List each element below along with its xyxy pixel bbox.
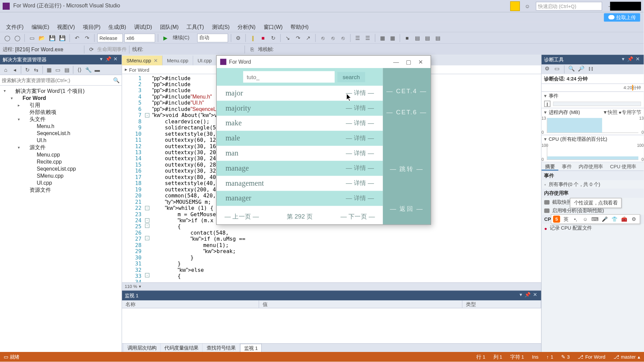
toolbar-icon-f[interactable]: ▦ bbox=[378, 34, 387, 42]
step-into-icon[interactable]: ↘ bbox=[283, 34, 292, 42]
menu-view[interactable]: 视图(V) bbox=[54, 22, 78, 32]
menu-window[interactable]: 窗口(W) bbox=[260, 22, 286, 32]
diag-cpurecord-line[interactable]: ●记录 CPU 配置文件 bbox=[542, 224, 644, 232]
diag-cpu-hdr[interactable]: ▾CPU (所有处理器的百分比) bbox=[542, 135, 644, 143]
diag-tab-cpu[interactable]: CPU 使用率 bbox=[606, 162, 640, 171]
solx-sync-icon[interactable]: ⇆ bbox=[32, 66, 40, 74]
toolbar-icon-g[interactable]: ▦ bbox=[388, 34, 397, 42]
ime-skin-icon[interactable]: 👕 bbox=[610, 215, 619, 223]
forword-titlebar[interactable]: For Word — ▢ ✕ bbox=[217, 56, 431, 68]
word-detail-button[interactable]: — 详情 — bbox=[346, 179, 374, 187]
tab-findsymbol[interactable]: 查找符号结果 bbox=[203, 344, 239, 352]
sogou-logo-icon[interactable]: S bbox=[553, 216, 560, 223]
solution-tree[interactable]: ▾解决方案'For Word'(1 个项目)▾For Word▸引用外部依赖项▾… bbox=[0, 86, 121, 352]
watch-dropdown-icon[interactable]: ▾ bbox=[517, 292, 524, 299]
ime-lang-button[interactable]: 英 bbox=[562, 215, 570, 223]
diag-zoomout-icon[interactable]: 🔎 bbox=[577, 65, 585, 73]
solx-back-icon[interactable]: ◂ bbox=[11, 66, 19, 74]
step-over-icon[interactable]: ↷ bbox=[293, 34, 302, 42]
memory-graph[interactable]: 130 130 bbox=[542, 116, 644, 135]
tree-node[interactable]: UI.cpp bbox=[0, 179, 121, 186]
forword-side-jump[interactable]: — 跳转 — bbox=[390, 164, 424, 175]
word-detail-button[interactable]: — 详情 — bbox=[346, 194, 374, 202]
word-row[interactable]: manage— 详情 — bbox=[217, 161, 383, 176]
diag-close-icon[interactable]: ✕ bbox=[634, 56, 641, 63]
menu-team[interactable]: 团队(M) bbox=[157, 22, 182, 32]
solx-showall-icon[interactable]: ▦ bbox=[45, 66, 53, 74]
diag-reset-icon[interactable]: ⫿⫿ bbox=[587, 65, 595, 73]
diag-pin-icon[interactable]: 📌 bbox=[627, 56, 634, 63]
save-icon[interactable]: 💾 bbox=[48, 34, 56, 42]
diag-tab-events[interactable]: 事件 bbox=[558, 162, 575, 171]
solx-filter-icon[interactable]: ▬ bbox=[93, 66, 101, 74]
restart-icon[interactable]: ↻ bbox=[269, 34, 277, 42]
tree-node[interactable]: SMenu.cpp bbox=[0, 172, 121, 179]
watch-col-name[interactable]: 名称 bbox=[122, 300, 259, 308]
feedback-icon[interactable]: ☺ bbox=[523, 1, 532, 11]
menu-help[interactable]: 帮助(H) bbox=[287, 22, 312, 32]
runmode-select[interactable]: 自动 bbox=[197, 34, 228, 42]
tree-node[interactable]: ▾解决方案'For Word'(1 个项目) bbox=[0, 87, 121, 95]
word-detail-button[interactable]: — 详情 — bbox=[346, 149, 374, 157]
toolbar-icon-h[interactable]: ■ bbox=[403, 34, 412, 42]
word-detail-button[interactable]: — 详情 — bbox=[346, 164, 374, 172]
solx-refresh-icon[interactable]: ↻ bbox=[23, 66, 32, 74]
debug-target-icon[interactable]: ⚙ bbox=[234, 34, 243, 42]
search-icon[interactable]: 🔍 bbox=[113, 77, 120, 83]
toolbar-icon-b[interactable]: ⎋ bbox=[328, 34, 337, 42]
diag-dropdown-icon[interactable]: ▾ bbox=[620, 56, 627, 63]
quick-launch-input[interactable]: 快速启动 (Ctrl+Q) bbox=[536, 2, 602, 10]
menu-file[interactable]: 文件(F) bbox=[3, 22, 27, 32]
tree-node[interactable]: 资源文件 bbox=[0, 186, 121, 193]
menu-analyze[interactable]: 分析(N) bbox=[234, 22, 259, 32]
word-detail-button[interactable]: — 详情 — bbox=[346, 134, 374, 142]
watch-body[interactable] bbox=[122, 308, 541, 343]
tree-node[interactable]: ▾源文件 bbox=[0, 144, 121, 151]
continue-label[interactable]: 继续(C) bbox=[171, 34, 196, 42]
status-publish[interactable]: ↑1 bbox=[546, 354, 553, 360]
config-select[interactable]: Release bbox=[97, 34, 123, 42]
status-repo[interactable]: ⎇For Word bbox=[578, 354, 605, 360]
tree-node[interactable]: Menu.h bbox=[0, 123, 121, 130]
forword-next-page[interactable]: — 下一页 — bbox=[340, 213, 375, 221]
word-row[interactable]: management— 详情 — bbox=[217, 176, 383, 191]
tab-metrics[interactable]: 代码度量值结果 bbox=[161, 344, 202, 352]
word-detail-button[interactable]: — 详情 — bbox=[346, 104, 374, 112]
nav-fwd-icon[interactable]: ◯ bbox=[13, 34, 21, 42]
cloud-upload-button[interactable]: 拉取上传 bbox=[604, 13, 640, 21]
editor-tab[interactable]: UI.cpp bbox=[193, 56, 217, 65]
diag-tab-summary[interactable]: 摘要 bbox=[542, 162, 558, 171]
pause-icon[interactable]: ‖ bbox=[249, 34, 257, 42]
diag-select-tools-icon[interactable]: ▭ bbox=[553, 65, 561, 73]
nav-back-icon[interactable]: ◯ bbox=[3, 34, 11, 42]
lifecycle-icon[interactable]: ⟳ bbox=[87, 45, 96, 54]
menu-edit[interactable]: 编辑(E) bbox=[28, 22, 53, 32]
word-row[interactable]: make— 详情 — bbox=[217, 116, 383, 131]
ime-emoji-icon[interactable]: ☺ bbox=[581, 215, 589, 223]
forword-side-cet6[interactable]: — CET.6 — bbox=[386, 107, 427, 118]
word-detail-button[interactable]: — 详情 — bbox=[346, 119, 374, 127]
diag-timeline[interactable]: 4:20分钟 bbox=[542, 84, 644, 92]
forword-maximize-button[interactable]: ▢ bbox=[402, 59, 415, 65]
forword-search-input[interactable]: tuto_ bbox=[243, 71, 335, 82]
solx-close-icon[interactable]: ✕ bbox=[112, 56, 119, 63]
solx-search[interactable]: 🔍 bbox=[0, 75, 121, 86]
toolbar-icon-c[interactable]: ⎋ bbox=[339, 34, 347, 42]
ime-settings-icon[interactable]: ⚙ bbox=[630, 215, 638, 223]
tree-node[interactable]: Recite.cpp bbox=[0, 158, 121, 165]
forword-side-cet4[interactable]: — CET.4 — bbox=[386, 86, 427, 97]
notification-flag-icon[interactable] bbox=[510, 1, 520, 11]
watch-close-icon[interactable]: ✕ bbox=[531, 292, 538, 299]
ime-toolbar[interactable]: S 英 •, ☺ ⌨ 🎤 👕 🧰 ⚙ bbox=[551, 214, 640, 224]
editor-tab[interactable]: Menu.cpp bbox=[163, 56, 193, 65]
continue-icon[interactable]: ▶ bbox=[161, 34, 170, 42]
word-row[interactable]: majority— 详情 — bbox=[217, 101, 383, 116]
solx-preview-icon[interactable]: ⟨⟩ bbox=[75, 66, 84, 74]
tree-node[interactable]: ▾头文件 bbox=[0, 116, 121, 123]
toolbar-icon-k[interactable]: ▤ bbox=[433, 34, 442, 42]
ime-toolbox-icon[interactable]: 🧰 bbox=[620, 215, 628, 223]
toolbar-icon-j[interactable]: ▤ bbox=[423, 34, 432, 42]
tab-watch1[interactable]: 监视 1 bbox=[240, 344, 262, 352]
forword-close-button[interactable]: ✕ bbox=[415, 59, 427, 65]
menu-test[interactable]: 测试(S) bbox=[208, 22, 233, 32]
